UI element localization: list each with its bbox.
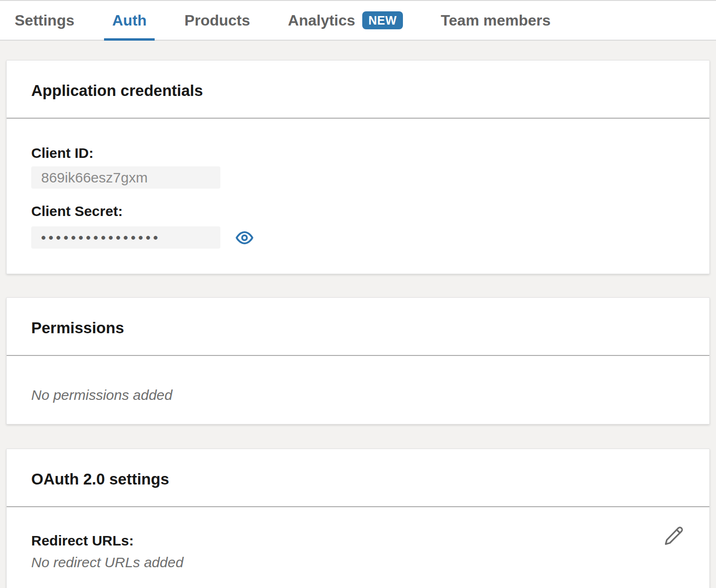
tab-analytics-label: Analytics <box>288 12 355 29</box>
client-id-field[interactable]: 869ik66esz7gxm <box>31 166 220 189</box>
tab-analytics[interactable]: Analytics NEW <box>288 1 403 40</box>
redirect-urls-block: Redirect URLs: No redirect URLs added <box>31 525 183 570</box>
edit-redirect-urls-button[interactable] <box>663 525 685 547</box>
oauth-settings-header: OAuth 2.0 settings <box>7 449 709 507</box>
oauth-settings-card: OAuth 2.0 settings Redirect URLs: No red… <box>6 449 710 588</box>
tab-settings[interactable]: Settings <box>15 1 74 40</box>
permissions-empty-text: No permissions added <box>31 388 685 402</box>
redirect-urls-empty-text: No redirect URLs added <box>31 555 183 570</box>
oauth-settings-title: OAuth 2.0 settings <box>31 470 685 488</box>
permissions-title: Permissions <box>31 319 685 337</box>
tab-bar: Settings Auth Products Analytics NEW Tea… <box>0 0 716 41</box>
client-id-label: Client ID: <box>31 146 685 160</box>
page-content: Application credentials Client ID: 869ik… <box>0 60 716 588</box>
application-credentials-body: Client ID: 869ik66esz7gxm Client Secret:… <box>7 119 709 274</box>
oauth-settings-body: Redirect URLs: No redirect URLs added <box>7 507 709 588</box>
reveal-secret-button[interactable] <box>235 228 254 247</box>
eye-icon <box>236 229 253 247</box>
tab-settings-label: Settings <box>15 12 74 29</box>
tab-products[interactable]: Products <box>184 1 250 40</box>
redirect-urls-label: Redirect URLs: <box>31 534 183 548</box>
tab-team-members[interactable]: Team members <box>441 1 550 40</box>
application-credentials-card: Application credentials Client ID: 869ik… <box>6 60 710 274</box>
permissions-card: Permissions No permissions added <box>6 297 710 424</box>
client-secret-label: Client Secret: <box>31 204 685 218</box>
pencil-icon <box>664 525 684 546</box>
permissions-header: Permissions <box>7 298 709 356</box>
tab-auth[interactable]: Auth <box>112 1 147 40</box>
tab-team-members-label: Team members <box>441 12 550 29</box>
permissions-body: No permissions added <box>7 356 709 424</box>
application-credentials-header: Application credentials <box>7 61 709 119</box>
application-credentials-title: Application credentials <box>31 82 685 100</box>
client-secret-row: •••••••••••••••• <box>31 226 685 249</box>
new-badge: NEW <box>362 11 403 29</box>
tab-products-label: Products <box>184 12 250 29</box>
client-secret-field[interactable]: •••••••••••••••• <box>31 226 220 249</box>
tab-auth-label: Auth <box>112 12 147 29</box>
